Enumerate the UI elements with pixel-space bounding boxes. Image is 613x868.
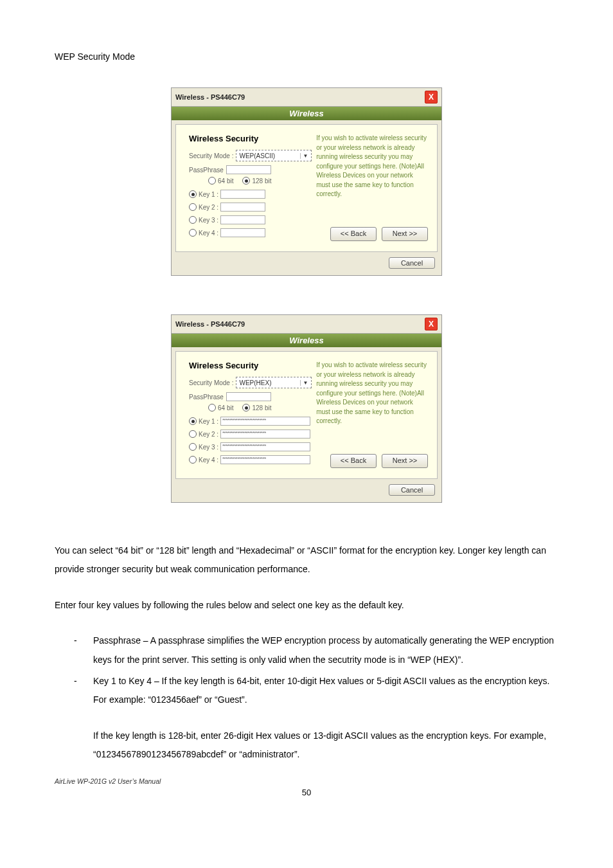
back-button[interactable]: << Back (330, 227, 377, 241)
security-mode-value: WEP(ASCII) (239, 152, 275, 159)
next-button[interactable]: Next >> (382, 227, 428, 241)
next-button[interactable]: Next >> (382, 454, 428, 468)
chevron-down-icon: ▼ (300, 380, 310, 386)
security-mode-label: Security Mode : (189, 379, 233, 386)
key4-value: ************************** (222, 456, 266, 462)
security-mode-select[interactable]: WEP(HEX) ▼ (236, 377, 312, 388)
radio-key4[interactable] (189, 229, 197, 237)
radio-key3[interactable] (189, 443, 197, 451)
key2-label: Key 2 : (199, 431, 218, 438)
section-title: WEP Security Mode (55, 51, 558, 62)
key1-input[interactable] (220, 190, 265, 199)
footer-note: AirLive WP-201G v2 User’s Manual (55, 777, 558, 785)
key4-label: Key 4 : (199, 230, 218, 237)
paragraph-2: Enter four key values by following the r… (55, 596, 558, 615)
wireless-dialog-hex: Wireless - PS446C79 X Wireless Wireless … (171, 314, 442, 503)
help-text: If you wish to activate wireless securit… (316, 134, 428, 199)
key4-label: Key 4 : (199, 457, 218, 464)
radio-64bit[interactable] (208, 404, 216, 411)
radio-128bit[interactable] (242, 404, 250, 411)
window-title: Wireless - PS446C79 (175, 320, 245, 328)
radio-key1[interactable] (189, 190, 197, 198)
window-title: Wireless - PS446C79 (175, 93, 245, 101)
key2-input[interactable]: ************************** (220, 429, 310, 439)
key2-value: ************************** (222, 430, 266, 436)
cancel-button[interactable]: Cancel (389, 484, 435, 496)
label-64bit: 64 bit (218, 177, 233, 185)
radio-key2[interactable] (189, 203, 197, 211)
paragraph-3: If the key length is 128-bit, enter 26-d… (55, 727, 558, 764)
radio-64bit[interactable] (208, 177, 216, 185)
passphrase-label: PassPhrase (189, 393, 224, 401)
key1-input[interactable]: ************************** (220, 417, 310, 426)
content-heading: Wireless Security (189, 361, 312, 370)
key1-value: ************************** (222, 417, 266, 423)
paragraph-1: You can select “64 bit” or “128 bit” len… (55, 541, 558, 579)
key4-input[interactable]: ************************** (220, 455, 310, 464)
key3-input[interactable] (220, 215, 265, 224)
content-heading: Wireless Security (189, 134, 312, 143)
help-text: If you wish to activate wireless securit… (316, 361, 428, 426)
key3-value: ************************** (222, 443, 266, 449)
radio-key3[interactable] (189, 216, 197, 224)
close-icon[interactable]: X (425, 91, 438, 104)
key2-label: Key 2 : (199, 204, 218, 211)
bullet-keys: Key 1 to Key 4 – If the key length is 64… (74, 672, 558, 710)
back-button[interactable]: << Back (330, 454, 377, 468)
passphrase-label: PassPhrase (189, 167, 224, 174)
label-64bit: 64 bit (218, 404, 233, 411)
key3-input[interactable]: ************************** (220, 442, 310, 451)
radio-key4[interactable] (189, 456, 197, 464)
close-icon[interactable]: X (425, 318, 438, 330)
security-mode-value: WEP(HEX) (239, 379, 271, 386)
chevron-down-icon: ▼ (300, 153, 310, 159)
key2-input[interactable] (220, 203, 265, 212)
wireless-dialog-ascii: Wireless - PS446C79 X Wireless Wireless … (171, 87, 442, 276)
security-mode-label: Security Mode : (189, 152, 233, 159)
key3-label: Key 3 : (199, 444, 218, 451)
key4-input[interactable] (220, 228, 265, 237)
radio-128bit[interactable] (242, 177, 250, 185)
label-128bit: 128 bit (252, 404, 271, 411)
radio-key2[interactable] (189, 430, 197, 438)
page-number: 50 (55, 788, 558, 797)
security-mode-select[interactable]: WEP(ASCII) ▼ (236, 150, 312, 161)
wizard-banner: Wireless (172, 106, 441, 120)
wizard-banner: Wireless (172, 333, 441, 347)
radio-key1[interactable] (189, 417, 197, 425)
key3-label: Key 3 : (199, 217, 218, 224)
bullet-passphrase: Passphrase – A passphrase simplifies the… (74, 631, 558, 669)
key1-label: Key 1 : (199, 191, 218, 198)
label-128bit: 128 bit (252, 177, 271, 185)
passphrase-input[interactable] (226, 392, 271, 401)
passphrase-input[interactable] (226, 165, 271, 174)
key1-label: Key 1 : (199, 418, 218, 425)
cancel-button[interactable]: Cancel (389, 257, 435, 269)
